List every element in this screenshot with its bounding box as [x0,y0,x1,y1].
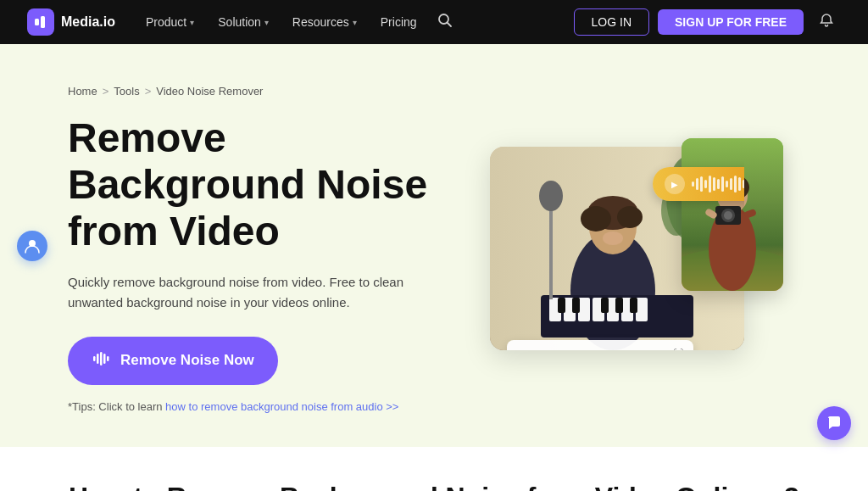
play-circle-icon: ▶ [665,174,685,194]
waveform-icon [92,349,112,373]
breadcrumb: Home > Tools > Video Noise Remover [68,85,434,98]
svg-line-3 [447,22,451,26]
bottom-section: How to Remove Background Noise from Vide… [0,447,868,491]
user-avatar-bubble[interactable] [17,231,47,261]
video-player-bar: ▶ ⛶ [507,340,693,350]
svg-rect-22 [578,298,590,321]
sound-wave-pill: ▶ [653,167,744,201]
logo-icon [27,8,54,36]
svg-rect-4 [93,356,96,361]
logo[interactable]: Media.io [27,8,115,36]
chevron-down-icon: ▾ [353,18,357,27]
svg-point-41 [724,211,732,220]
hero-visual: ▶ [434,104,800,393]
breadcrumb-tools[interactable]: Tools [114,85,139,98]
svg-rect-27 [558,298,565,313]
tip-link[interactable]: how to remove background noise from audi… [165,400,398,413]
sound-bars [692,176,744,192]
cta-label: Remove Noise Now [120,352,254,369]
hero-content: Home > Tools > Video Noise Remover Remov… [68,85,434,413]
svg-rect-8 [107,356,109,361]
signup-button[interactable]: SIGN UP FOR FREE [658,9,804,35]
svg-rect-28 [572,298,580,313]
svg-rect-30 [615,298,623,313]
svg-rect-0 [35,19,39,25]
svg-point-17 [617,206,643,228]
bottom-title: How to Remove Background Noise from Vide… [68,481,800,491]
navbar: Media.io Product ▾ Solution ▾ Resources … [0,0,868,44]
breadcrumb-current: Video Noise Remover [156,85,263,98]
svg-rect-26 [636,298,648,321]
nav-pricing[interactable]: Pricing [370,8,427,36]
nav-solution[interactable]: Solution ▾ [208,8,279,36]
breadcrumb-sep-1: > [103,85,109,98]
chevron-down-icon: ▾ [190,18,194,27]
breadcrumb-home[interactable]: Home [68,85,97,98]
hero-tip: *Tips: Click to learn how to remove back… [68,400,434,413]
nav-items: Product ▾ Solution ▾ Resources ▾ Pricing [136,6,567,39]
logo-text: Media.io [61,14,115,30]
svg-rect-7 [103,354,106,364]
svg-rect-32 [549,198,553,299]
hero-description: Quickly remove background noise from vid… [68,272,407,313]
play-button-icon[interactable]: ▶ [517,347,526,350]
hero-title: Remove Background Noise from Video [68,114,434,255]
svg-rect-29 [601,298,609,313]
svg-rect-1 [41,16,45,28]
svg-rect-5 [97,354,99,364]
woman-card [682,138,783,291]
svg-rect-31 [630,298,637,313]
cta-button[interactable]: Remove Noise Now [68,337,278,385]
nav-resources[interactable]: Resources ▾ [282,8,367,36]
svg-point-33 [539,181,563,211]
support-chat-button[interactable] [817,406,851,440]
bell-icon[interactable] [812,6,841,39]
tip-prefix: *Tips: Click to learn [68,400,165,413]
chevron-down-icon: ▾ [264,18,269,27]
svg-point-16 [581,206,611,232]
search-icon[interactable] [431,6,459,39]
hero-section: Home > Tools > Video Noise Remover Remov… [0,44,868,447]
login-button[interactable]: LOG IN [574,8,649,36]
svg-point-18 [603,232,623,245]
nav-product[interactable]: Product ▾ [136,8,204,36]
svg-rect-6 [100,352,103,365]
nav-actions: LOG IN SIGN UP FOR FREE [574,6,841,39]
breadcrumb-sep-2: > [145,85,152,98]
expand-icon[interactable]: ⛶ [673,348,683,350]
